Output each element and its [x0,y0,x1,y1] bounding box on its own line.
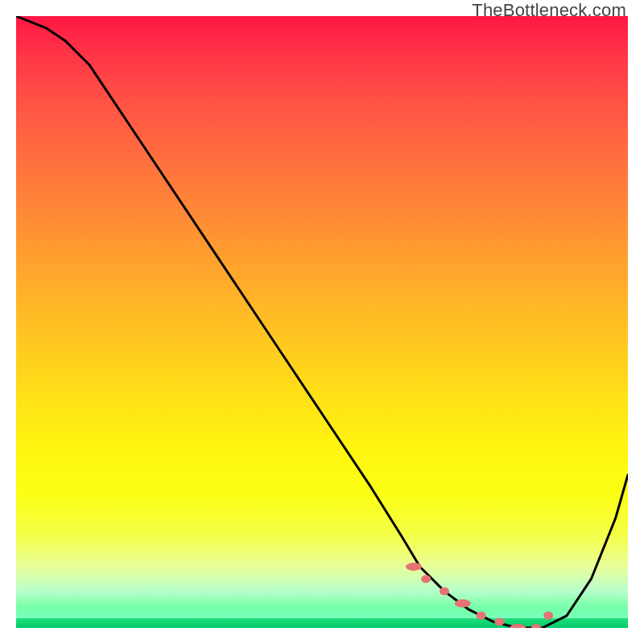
marker-dot [477,612,486,620]
marker-dot [531,624,541,628]
marker-dot [440,587,449,595]
bottleneck-curve [16,16,628,628]
marker-dot [455,600,471,608]
marker-dot [421,575,431,583]
marker-dot [406,563,422,571]
marker-dot [494,617,504,625]
chart-stage: TheBottleneck.com [0,0,644,644]
chart-overlay-svg [16,16,628,628]
marker-dot [510,624,526,628]
marker-dot [543,612,553,620]
flat-region-markers [406,563,553,628]
plot-area [16,16,628,628]
